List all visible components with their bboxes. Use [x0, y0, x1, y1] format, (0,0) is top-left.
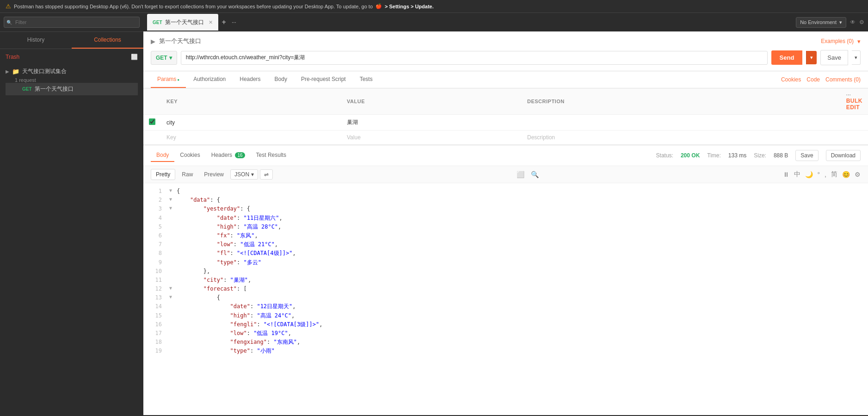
- comments-link[interactable]: Comments (0): [825, 76, 861, 83]
- url-input[interactable]: [181, 51, 768, 65]
- param-desc-input[interactable]: [527, 119, 835, 126]
- tab-method-badge: GET: [153, 20, 162, 25]
- wrap-button[interactable]: ⇌: [260, 169, 273, 180]
- trash-item[interactable]: Trash ⬜: [0, 51, 143, 63]
- trash-label: Trash: [6, 54, 19, 60]
- send-dropdown-button[interactable]: ▾: [806, 51, 817, 64]
- col-more: ··· Bulk Edit: [841, 88, 868, 115]
- method-badge: GET: [22, 87, 32, 92]
- list-item: 17 ▼ "low": "低温 19°C",: [143, 329, 868, 338]
- send-button[interactable]: Send: [771, 50, 803, 65]
- warning-suffix: > Settings > Update.: [385, 4, 434, 9]
- moon-icon: 🌙: [805, 171, 813, 178]
- save-button[interactable]: Save: [820, 50, 848, 65]
- size-label: Size:: [754, 152, 766, 159]
- list-item: 12 ▼ "forecast": [: [143, 285, 868, 293]
- more-icon[interactable]: ···: [846, 92, 851, 98]
- tab-authorization[interactable]: Authorization: [187, 71, 232, 88]
- folder-icon: 📁: [12, 68, 19, 75]
- chevron-right-icon: ▶: [151, 38, 155, 45]
- method-select[interactable]: GET ▾: [151, 51, 177, 65]
- sidebar-tab-history[interactable]: History: [0, 32, 72, 49]
- format-select-label: JSON: [234, 171, 249, 178]
- env-name: No Environment: [800, 19, 837, 25]
- tab-body[interactable]: Body: [268, 71, 294, 88]
- new-value-input[interactable]: [347, 134, 516, 141]
- col-value: VALUE: [341, 88, 522, 115]
- param-value-input[interactable]: [347, 119, 516, 126]
- tab-pre-request-script[interactable]: Pre-request Script: [295, 71, 352, 88]
- warning-icon: ⚠: [6, 3, 11, 10]
- collection-name: 天气接口测试集合: [22, 68, 67, 75]
- sidebar-tab-collections[interactable]: Collections: [72, 32, 143, 49]
- headers-badge: 16: [235, 152, 245, 158]
- examples-link[interactable]: Examples (0): [821, 38, 854, 44]
- chevron-down-icon: ▾: [251, 171, 254, 178]
- tab-tests[interactable]: Tests: [353, 71, 379, 88]
- param-key-input[interactable]: [166, 119, 336, 126]
- resp-tab-test-results[interactable]: Test Results: [251, 149, 292, 162]
- resp-tab-body[interactable]: Body: [151, 149, 174, 162]
- response-section: Body Cookies Headers 16 Test Results Sta…: [143, 145, 868, 415]
- env-selector[interactable]: No Environment ▾: [796, 17, 846, 28]
- search-button[interactable]: 🔍: [529, 170, 541, 179]
- list-item: 6 ▼ "fx": "东风",: [143, 231, 868, 240]
- tab-more-button[interactable]: ···: [230, 19, 238, 25]
- col-key: KEY: [161, 88, 341, 115]
- trash-icon: ⬜: [131, 54, 138, 60]
- bulk-edit-button[interactable]: Bulk Edit: [846, 98, 862, 111]
- response-save-button[interactable]: Save: [795, 150, 818, 161]
- cookies-link[interactable]: Cookies: [781, 76, 801, 83]
- request-tabs: Params● Authorization Headers Body Pre-r…: [143, 71, 868, 88]
- sidebar-content: Trash ⬜ ▶ 📁 天气接口测试集合 1 request GET 第一个天气…: [0, 49, 143, 415]
- request-tab[interactable]: GET 第一个天气接口 ✕: [147, 14, 218, 31]
- code-link[interactable]: Code: [806, 76, 820, 83]
- resp-tab-cookies[interactable]: Cookies: [174, 149, 205, 162]
- tab-add-button[interactable]: +: [219, 18, 229, 26]
- status-group: Status: 200 OK Time: 133 ms Size: 888 B …: [656, 150, 861, 161]
- method-label: GET: [156, 55, 167, 61]
- search-input[interactable]: [4, 17, 140, 28]
- params-section: KEY VALUE DESCRIPTION ··· Bulk Edit: [143, 88, 868, 145]
- download-button[interactable]: Download: [826, 150, 861, 161]
- pause-icon: ⏸: [783, 171, 789, 178]
- fmt-tab-pretty[interactable]: Pretty: [151, 169, 175, 180]
- list-item: 5 ▼ "high": "高温 28°C",: [143, 223, 868, 231]
- param-checkbox[interactable]: [149, 118, 155, 125]
- tab-headers[interactable]: Headers: [233, 71, 267, 88]
- format-select[interactable]: JSON ▾: [230, 169, 258, 180]
- list-item: 11 ▼ "city": "巢湖",: [143, 276, 868, 285]
- save-dropdown-button[interactable]: ▾: [852, 50, 861, 65]
- collection-header[interactable]: ▶ 📁 天气接口测试集合: [6, 66, 138, 77]
- gear-icon[interactable]: ⚙: [859, 19, 864, 25]
- response-body-wrapper: Pretty Raw Preview JSON ▾ ⇌ ⬜ 🔍 ⏸: [143, 166, 868, 415]
- table-row: [143, 115, 868, 130]
- copy-button[interactable]: ⬜: [515, 170, 526, 179]
- fmt-tab-preview[interactable]: Preview: [199, 169, 228, 180]
- list-item: 8 ▼ "fl": "<![CDATA[4级]]>",: [143, 249, 868, 258]
- eye-icon[interactable]: 👁: [850, 19, 856, 25]
- new-key-input[interactable]: [166, 134, 336, 141]
- sidebar: History Collections Trash ⬜ ▶ 📁 天气接口测试集合…: [0, 13, 143, 415]
- chevron-down-icon: ▾: [169, 55, 172, 61]
- list-item: 16 ▼ "fengli": "<![CDATA[3级]]>",: [143, 320, 868, 329]
- list-item: 10 ▼ },: [143, 267, 868, 276]
- list-item: 14 ▼ "date": "12日星期天",: [143, 302, 868, 311]
- tab-params[interactable]: Params●: [151, 71, 186, 88]
- resp-tab-headers[interactable]: Headers 16: [206, 149, 251, 162]
- format-tabs: Pretty Raw Preview JSON ▾ ⇌ ⬜ 🔍 ⏸: [143, 166, 868, 183]
- tab-bar-right: No Environment ▾ 👁 ⚙: [796, 17, 864, 28]
- tab-close-button[interactable]: ✕: [209, 19, 213, 25]
- time-label: Time:: [707, 152, 721, 159]
- response-tabs: Body Cookies Headers 16 Test Results: [151, 149, 292, 162]
- tab-bar: GET 第一个天气接口 ✕ + ··· No Environment ▾ 👁 ⚙: [143, 13, 868, 31]
- json-viewer: 1 ▼ { 2 ▼ "data": { 3 ▼ "yesterday": {: [143, 183, 868, 415]
- new-desc-input[interactable]: [527, 134, 835, 141]
- warning-arrow: 🍎: [376, 3, 382, 9]
- params-dot: ●: [177, 78, 179, 82]
- sidebar-tabs: History Collections: [0, 32, 143, 49]
- app-container: History Collections Trash ⬜ ▶ 📁 天气接口测试集合…: [0, 13, 868, 415]
- request-panel: ▶ 第一个天气接口 Examples (0) ▾ GET ▾ Send ▾ Sa…: [143, 31, 868, 71]
- list-item[interactable]: GET 第一个天气接口: [6, 83, 138, 95]
- fmt-tab-raw[interactable]: Raw: [177, 169, 197, 180]
